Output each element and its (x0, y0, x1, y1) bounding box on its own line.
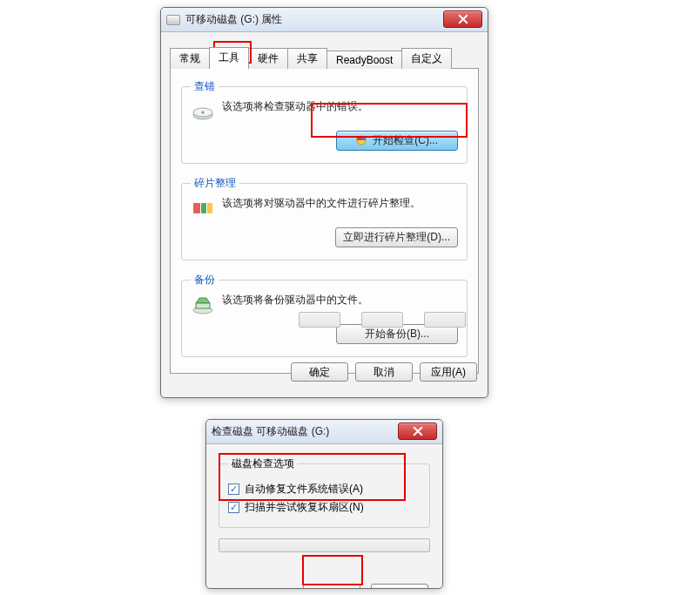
options-legend: 磁盘检查选项 (228, 456, 298, 471)
progress-bar (219, 538, 430, 552)
dialog-bottom-buttons: 确定 取消 应用(A) (291, 362, 477, 382)
window-title: 可移动磁盘 (G:) 属性 (185, 12, 282, 27)
tab-general[interactable]: 常规 (170, 48, 210, 69)
obscured-button (424, 312, 466, 328)
error-check-desc: 该选项将检查驱动器中的错误。 (222, 99, 368, 114)
close-icon (413, 426, 423, 436)
tab-row: 常规 工具 硬件 共享 ReadyBoost 自定义 (170, 48, 479, 69)
tab-tools[interactable]: 工具 (209, 47, 249, 69)
auto-fix-label: 自动修复文件系统错误(A) (245, 482, 363, 497)
obscured-buttons (299, 312, 466, 328)
titlebar[interactable]: 检查磁盘 可移动磁盘 (G:) (206, 420, 442, 444)
drive-properties-dialog: 可移动磁盘 (G:) 属性 常规 工具 硬件 共享 ReadyBoost 自定义… (160, 7, 488, 398)
tab-hardware[interactable]: 硬件 (248, 48, 288, 69)
start-button[interactable]: 开始(S) (303, 584, 360, 589)
apply-button[interactable]: 应用(A) (420, 362, 477, 382)
ok-button[interactable]: 确定 (291, 362, 348, 382)
defrag-legend: 碎片整理 (191, 176, 239, 191)
tab-content: 查错 该选项将检查驱动器中的错误。 开始检查(C)... 碎片整理 (170, 69, 479, 374)
dialog2-buttons: 开始(S) 取消 (303, 584, 428, 589)
defrag-desc: 该选项将对驱动器中的文件进行碎片整理。 (222, 196, 421, 211)
obscured-button (299, 312, 340, 328)
window-title: 检查磁盘 可移动磁盘 (G:) (212, 424, 329, 439)
defrag-group: 碎片整理 该选项将对驱动器中的文件进行碎片整理。 立即进行碎片整理(D)... (181, 176, 468, 260)
svg-point-2 (202, 112, 205, 114)
close-button[interactable] (398, 423, 437, 440)
svg-rect-5 (207, 203, 212, 213)
disk-check-options: 磁盘检查选项 ✓ 自动修复文件系统错误(A) ✓ 扫描并尝试恢复坏扇区(N) (219, 456, 430, 528)
svg-rect-3 (193, 203, 200, 213)
scan-recover-checkbox[interactable]: ✓ (228, 502, 239, 513)
tab-custom[interactable]: 自定义 (401, 48, 452, 69)
disk-check-icon (191, 101, 215, 122)
svg-rect-7 (196, 303, 210, 308)
titlebar[interactable]: 可移动磁盘 (G:) 属性 (161, 8, 488, 32)
defrag-now-button[interactable]: 立即进行碎片整理(D)... (335, 227, 458, 247)
uac-shield-icon (356, 133, 367, 144)
backup-legend: 备份 (191, 273, 219, 287)
defrag-icon (191, 198, 215, 219)
check-disk-dialog: 检查磁盘 可移动磁盘 (G:) 磁盘检查选项 ✓ 自动修复文件系统错误(A) ✓… (205, 419, 443, 589)
close-button[interactable] (443, 10, 482, 28)
backup-icon (191, 294, 215, 315)
tab-readyboost[interactable]: ReadyBoost (326, 51, 402, 69)
option-scan-recover-row: ✓ 扫描并尝试恢复坏扇区(N) (228, 500, 421, 515)
option-auto-fix-row: ✓ 自动修复文件系统错误(A) (228, 482, 421, 497)
dialog-body: 磁盘检查选项 ✓ 自动修复文件系统错误(A) ✓ 扫描并尝试恢复坏扇区(N) 开… (206, 444, 442, 589)
tab-sharing[interactable]: 共享 (287, 48, 327, 69)
backup-desc: 该选项将备份驱动器中的文件。 (222, 293, 368, 308)
error-check-legend: 查错 (191, 79, 219, 94)
start-check-button[interactable]: 开始检查(C)... (336, 131, 458, 151)
scan-recover-label: 扫描并尝试恢复坏扇区(N) (245, 500, 364, 515)
cancel-button[interactable]: 取消 (371, 584, 428, 589)
close-icon (458, 14, 468, 24)
obscured-button (361, 312, 403, 328)
drive-icon (166, 15, 180, 25)
auto-fix-checkbox[interactable]: ✓ (228, 483, 239, 495)
cancel-button[interactable]: 取消 (355, 362, 413, 382)
svg-rect-4 (201, 203, 206, 213)
error-check-group: 查错 该选项将检查驱动器中的错误。 开始检查(C)... (181, 79, 468, 164)
